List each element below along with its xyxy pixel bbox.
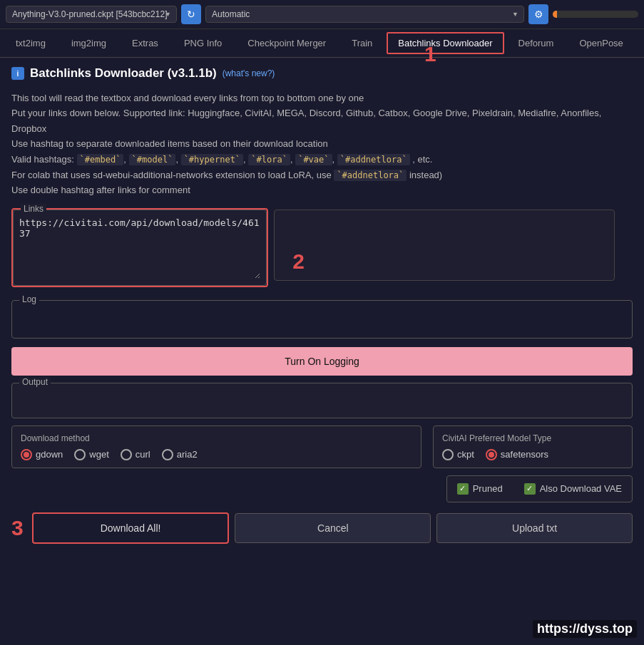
bottom-row: 3 Download All! Cancel Upload txt [11, 512, 633, 544]
radio-aria2-circle [162, 449, 173, 460]
radio-ckpt-circle [442, 449, 454, 460]
radio-wget-label: wget [89, 449, 108, 460]
hashtag-model: `#model` [129, 154, 176, 165]
download-method-box: Download method gdown wget curl aria2 [11, 425, 421, 468]
upload-txt-button[interactable]: Upload txt [436, 513, 633, 543]
progress-bar-fill [553, 11, 557, 18]
output-label: Output [19, 377, 51, 387]
tab-deforum[interactable]: Deforum [506, 29, 567, 57]
tab-png-info[interactable]: PNG Info [171, 29, 235, 57]
output-fieldset: Output [11, 383, 633, 418]
links-fieldset: Links [13, 210, 267, 286]
desc-line-5: For colab that uses sd-webui-additional-… [11, 167, 633, 183]
radio-ckpt[interactable]: ckpt [442, 449, 474, 460]
civitai-radio-group: ckpt safetensors [442, 449, 623, 460]
also-download-vae-checkbox [524, 483, 536, 495]
model-refresh-btn[interactable]: ↻ [181, 4, 201, 24]
addnetlora-code: `#addnetlora` [334, 170, 407, 181]
desc-line-4: Valid hashtags: `#embed`, `#model`, `#hy… [11, 152, 633, 167]
links-extra-area [274, 210, 615, 281]
logging-button[interactable]: Turn On Logging [11, 347, 633, 376]
model-select[interactable]: Anything-V3.0-pruned.ckpt [543bcbc212] [6, 6, 177, 23]
radio-safetensors-label: safetensors [501, 449, 548, 460]
main-content: i Batchlinks Downloader (v3.1.1b) (what'… [0, 58, 644, 552]
radio-safetensors[interactable]: safetensors [486, 449, 548, 460]
radio-curl-circle [121, 449, 132, 460]
desc-line-2: Put your links down below. Supported lin… [11, 105, 633, 136]
tab-checkpoint-merger[interactable]: Checkpoint Merger [235, 29, 339, 57]
download-method-label: Download method [21, 433, 412, 443]
checkboxes-container: Pruned Also Download VAE [446, 475, 633, 502]
desc-line-1: This tool will read the textbox and down… [11, 91, 633, 105]
tab-img2img[interactable]: img2img [58, 29, 119, 57]
download-all-button[interactable]: Download All! [32, 512, 230, 544]
radio-gdown-circle [21, 449, 32, 460]
cancel-button[interactable]: Cancel [235, 513, 431, 543]
links-label: Links [21, 204, 46, 214]
download-method-radio-group: gdown wget curl aria2 [21, 449, 412, 460]
hashtag-hypernet: `#hypernet` [181, 154, 243, 165]
checkboxes-row: Pruned Also Download VAE [11, 475, 633, 502]
civitai-label: CivitAI Preferred Model Type [442, 433, 623, 443]
civitai-box: CivitAI Preferred Model Type ckpt safete… [433, 425, 633, 468]
hashtag-lora: `#lora` [248, 154, 290, 165]
pruned-checkbox [457, 483, 469, 495]
links-textarea[interactable] [19, 215, 260, 279]
tab-openpose[interactable]: OpenPose [566, 29, 635, 57]
also-download-vae-checkbox-item[interactable]: Also Download VAE [524, 483, 622, 495]
tab-batchlinks-downloader[interactable]: Batchlinks Downloader [387, 32, 504, 54]
page-title: Batchlinks Downloader (v3.1.1b) [30, 66, 217, 81]
radio-gdown[interactable]: gdown [21, 449, 63, 460]
nav-tabs: txt2img img2img Extras PNG Info Checkpoi… [0, 29, 644, 58]
title-icon: i [11, 67, 24, 80]
radio-aria2-label: aria2 [177, 449, 198, 460]
log-fieldset: Log [11, 300, 633, 339]
options-row: Download method gdown wget curl aria2 [11, 425, 633, 468]
pruned-checkbox-item[interactable]: Pruned [457, 483, 503, 495]
radio-wget-circle [74, 449, 86, 460]
output-section: Output [11, 383, 633, 418]
radio-curl[interactable]: curl [121, 449, 150, 460]
log-content [18, 305, 626, 334]
tab-txt2img[interactable]: txt2img [3, 29, 58, 57]
top-bar: Anything-V3.0-pruned.ckpt [543bcbc212] ↻… [0, 0, 644, 29]
log-label: Log [19, 294, 39, 304]
annotation-3: 3 [11, 517, 24, 539]
hashtag-embed: `#embed` [77, 154, 124, 165]
hashtag-addnetlora: `#addnetlora` [337, 154, 410, 165]
links-section: Links [11, 208, 268, 287]
page-title-area: i Batchlinks Downloader (v3.1.1b) (what'… [11, 66, 633, 81]
links-row: Links 2 [11, 208, 633, 294]
radio-curl-label: curl [136, 449, 150, 460]
info-block: This tool will read the textbox and down… [11, 91, 633, 198]
whats-new-link[interactable]: (what's new?) [223, 68, 275, 78]
radio-safetensors-circle [486, 449, 497, 460]
desc-line-3: Use hashtag to separate downloaded items… [11, 136, 633, 151]
checkboxes-spacer [11, 475, 425, 502]
tab-extras[interactable]: Extras [119, 29, 171, 57]
annotation-1: 1 [424, 43, 436, 65]
tab-train[interactable]: Train [339, 29, 385, 57]
radio-ckpt-label: ckpt [457, 449, 474, 460]
hashtag-vae: `#vae` [295, 154, 332, 165]
annotation-2: 2 [292, 251, 305, 272]
also-download-vae-label: Also Download VAE [540, 483, 622, 494]
progress-bar [553, 11, 638, 18]
auto-select[interactable]: Automatic [205, 6, 524, 23]
output-content [18, 388, 626, 413]
log-section: Log [11, 300, 633, 339]
settings-icon-btn[interactable]: ⚙ [528, 4, 548, 24]
radio-wget[interactable]: wget [74, 449, 108, 460]
watermark: https://dyss.top [533, 620, 637, 638]
radio-aria2[interactable]: aria2 [162, 449, 198, 460]
radio-gdown-label: gdown [36, 449, 63, 460]
desc-line-6: Use double hashtag after links for comme… [11, 182, 633, 197]
pruned-label: Pruned [473, 483, 503, 494]
hashtags-end: , etc. [412, 154, 432, 165]
